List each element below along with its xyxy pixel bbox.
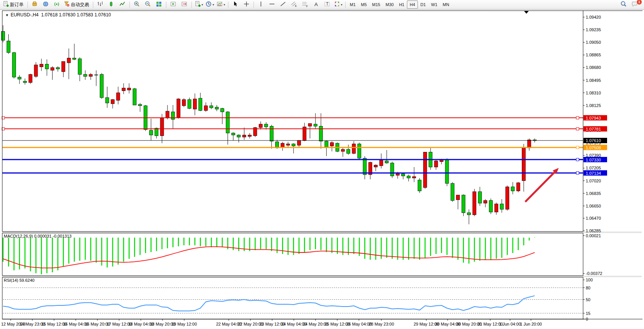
timeframe-w1-button[interactable]: W1: [429, 0, 440, 9]
price-axis-label: 1.07020: [586, 179, 601, 183]
time-axis-label: 19 May 12:00: [172, 322, 197, 326]
templates-icon[interactable]: ▾: [215, 0, 226, 9]
rsi-axis-label: 50: [586, 297, 590, 302]
price-badge-label: 1.07330: [586, 158, 601, 162]
price-badge-label: 1.07508: [586, 145, 601, 150]
price-axis-label: 1.09050: [586, 40, 601, 45]
price-axis-label: 1.09420: [586, 15, 601, 19]
timeframe-h4-button[interactable]: H4: [407, 0, 418, 9]
community-icon[interactable]: [40, 0, 51, 9]
ohlc-low: 1.07583: [77, 12, 93, 18]
vertical-line-icon-icon: [258, 1, 264, 9]
time-axis-label: 1 Jun 04:00: [499, 322, 521, 326]
cursor-icon[interactable]: [230, 0, 241, 9]
market-watch-icon[interactable]: [29, 0, 40, 9]
line-chart-icon[interactable]: [117, 0, 128, 9]
horizontal-line-icon[interactable]: [266, 0, 277, 9]
chevron-down-icon[interactable]: ▾: [341, 3, 342, 6]
chevron-down-icon[interactable]: ▾: [223, 3, 225, 6]
chart-shift-icon[interactable]: [179, 0, 190, 9]
macd-axis-label: 0.00021: [586, 233, 601, 238]
price-axis-label: 1.06650: [586, 204, 601, 208]
chevron-down-icon[interactable]: ▾: [212, 3, 214, 6]
periods-icon-icon: [206, 1, 212, 9]
notifications-button[interactable]: 1: [629, 0, 640, 9]
time-axis-label: 1 Jun 20:00: [520, 322, 542, 326]
chart-background: [0, 10, 644, 329]
arrows-icon[interactable]: ▾: [333, 0, 344, 9]
toolbar-divider: [228, 2, 228, 8]
bar-chart-icon[interactable]: [95, 0, 106, 9]
toolbar-divider: [27, 2, 28, 8]
toolbar-divider: [93, 2, 93, 8]
toolbar-divider: [345, 2, 346, 8]
pane-splitter[interactable]: [2, 232, 642, 233]
rsi-axis-label: 100: [586, 278, 593, 282]
zoom-in-icon-icon: [134, 1, 140, 9]
timeframe-m1-button[interactable]: M1: [347, 0, 358, 9]
chart-window[interactable]: 1.094201.092351.090501.088651.086801.084…: [0, 10, 644, 329]
candlestick-chart-icon[interactable]: [106, 0, 117, 9]
chart-canvas[interactable]: 1.094201.092351.090501.088651.086801.084…: [0, 10, 644, 329]
search-button[interactable]: [618, 0, 629, 9]
timeframe-m5-button[interactable]: M5: [358, 0, 369, 9]
svg-text:E: E: [295, 5, 297, 7]
rsi-axis-label: 80: [586, 286, 590, 290]
price-badge-label: 1.07943: [586, 116, 601, 120]
cursor-icon-icon: [232, 1, 239, 9]
toolbar-divider: [166, 2, 166, 8]
tile-windows-icon[interactable]: [153, 0, 164, 9]
templates-icon-icon: [217, 1, 223, 9]
zoom-in-icon[interactable]: [131, 0, 142, 9]
chevron-down-icon[interactable]: ▾: [201, 3, 203, 6]
zoom-out-icon[interactable]: [142, 0, 153, 9]
trendline-icon[interactable]: [277, 0, 289, 9]
trendline-icon-icon: [280, 1, 286, 9]
periods-icon[interactable]: ▾: [204, 0, 215, 9]
crosshair-icon[interactable]: [241, 0, 252, 9]
svg-text:A: A: [314, 1, 318, 7]
price-axis-label: 1.08495: [586, 78, 601, 83]
vertical-line-icon[interactable]: [255, 0, 266, 9]
horizontal-line-icon-icon: [269, 1, 275, 9]
new-order-button-label: 新订单: [10, 2, 24, 8]
bar-chart-icon-icon: [97, 1, 104, 9]
indicators-icon-icon: [194, 1, 201, 9]
timeframe-m15-button[interactable]: M15: [370, 0, 383, 9]
svg-text:F: F: [306, 5, 308, 7]
price-axis-label: 1.08310: [586, 91, 601, 95]
arrows-icon-icon: [334, 1, 340, 9]
timeframe-d1-button[interactable]: D1: [418, 0, 429, 9]
market-watch-icon-icon: [32, 1, 38, 9]
price-badge-label: 1.07781: [586, 127, 601, 131]
timeframe-h1-button[interactable]: H1: [396, 0, 407, 9]
price-axis-label: 1.06835: [586, 191, 601, 196]
indicators-icon[interactable]: ▾: [193, 0, 204, 9]
price-axis-label: 1.07205: [586, 166, 601, 170]
text-label-icon[interactable]: T: [322, 0, 333, 9]
pane-splitter[interactable]: [2, 276, 642, 277]
auto-scroll-icon[interactable]: [168, 0, 179, 9]
equidistant-channel-icon[interactable]: E: [289, 0, 300, 9]
notification-badge: 1: [636, 0, 642, 5]
symbol-dropdown-icon[interactable]: ▼: [5, 13, 9, 17]
svg-text:T: T: [326, 2, 328, 6]
price-axis-label: 1.06470: [586, 216, 601, 220]
toolbar-divider: [191, 2, 192, 8]
signals-icon[interactable]: [51, 0, 62, 9]
auto-trading-button-label: 自动交易: [71, 2, 89, 8]
new-order-button[interactable]: 新订单: [2, 0, 26, 9]
equidistant-channel-icon-icon: E: [291, 1, 297, 9]
toolbar-divider: [253, 2, 254, 8]
line-chart-icon-icon: [119, 1, 126, 9]
price-axis-label: 1.09235: [586, 27, 601, 32]
timeframe-m30-button[interactable]: M30: [383, 0, 396, 9]
fibonacci-icon[interactable]: F: [300, 0, 311, 9]
fibonacci-icon-icon: F: [302, 1, 308, 9]
timeframe-mn-button[interactable]: MN: [440, 0, 452, 9]
rsi-axis-label: 15: [586, 311, 590, 316]
text-icon[interactable]: A: [311, 0, 322, 9]
signals-icon-icon: [54, 1, 60, 9]
auto-trading-button[interactable]: 自动交易: [62, 0, 91, 9]
candlestick-chart-icon-icon: [108, 1, 115, 9]
